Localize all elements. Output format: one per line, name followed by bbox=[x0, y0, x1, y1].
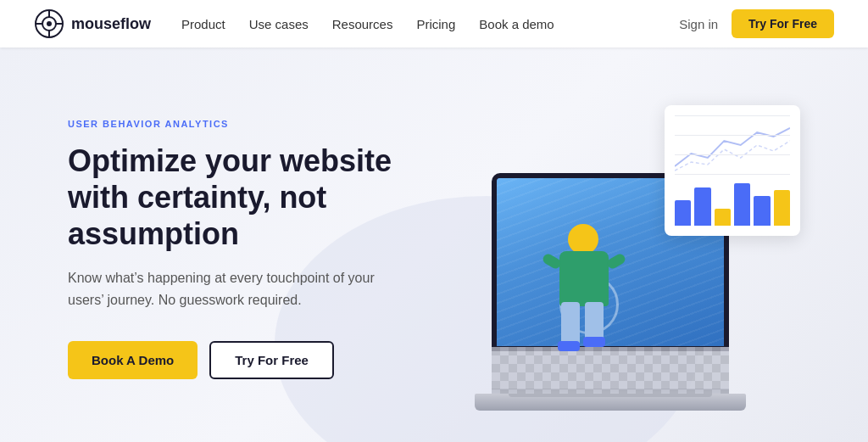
hero-title: Optimize your website with certainty, no… bbox=[68, 143, 441, 253]
bar-chart-bar bbox=[715, 209, 731, 226]
nav-link-use-cases[interactable]: Use cases bbox=[249, 17, 309, 31]
hero-try-free-button[interactable]: Try For Free bbox=[209, 341, 334, 379]
nav-actions: Sign in Try For Free bbox=[679, 9, 834, 38]
hero-book-demo-button[interactable]: Book A Demo bbox=[68, 341, 198, 379]
nav-link-resources[interactable]: Resources bbox=[332, 17, 393, 31]
charts-panel bbox=[665, 105, 800, 236]
line-chart bbox=[675, 115, 790, 175]
chart-rule bbox=[675, 174, 790, 175]
nav-link-pricing[interactable]: Pricing bbox=[416, 17, 455, 31]
nav-link-product[interactable]: Product bbox=[181, 17, 225, 31]
hero-buttons: Book A Demo Try For Free bbox=[68, 341, 441, 379]
person-leg-right bbox=[585, 302, 604, 340]
navbar: mouseflow Product Use cases Resources Pr… bbox=[0, 0, 868, 48]
person-foot-left bbox=[558, 341, 580, 351]
person-body bbox=[559, 251, 609, 306]
chart-rules bbox=[675, 115, 790, 175]
hero-illustration bbox=[441, 80, 800, 419]
logo-icon bbox=[34, 8, 64, 39]
hero-text: USER BEHAVIOR ANALYTICS Optimize your we… bbox=[68, 119, 441, 380]
hero-section: USER BEHAVIOR ANALYTICS Optimize your we… bbox=[0, 48, 868, 442]
person-figure bbox=[542, 224, 627, 368]
chart-rule bbox=[675, 115, 790, 116]
chart-rule bbox=[675, 135, 790, 136]
person-head bbox=[568, 224, 598, 255]
bar-chart-bar bbox=[734, 183, 750, 226]
bar-chart bbox=[675, 183, 790, 226]
bar-chart-bar bbox=[774, 190, 790, 226]
person-foot-right bbox=[583, 337, 605, 347]
nav-link-book-demo[interactable]: Book a demo bbox=[479, 17, 554, 31]
svg-point-2 bbox=[47, 21, 52, 26]
logo[interactable]: mouseflow bbox=[34, 8, 151, 39]
bar-chart-bar bbox=[754, 196, 770, 226]
chart-rule bbox=[675, 154, 790, 155]
person-leg-left bbox=[561, 302, 580, 344]
bar-chart-bar bbox=[675, 200, 691, 226]
person-arm-right bbox=[605, 252, 626, 270]
laptop-base bbox=[475, 394, 746, 411]
bar-chart-bar bbox=[694, 187, 710, 226]
hero-eyebrow: USER BEHAVIOR ANALYTICS bbox=[68, 119, 441, 129]
nav-try-button[interactable]: Try For Free bbox=[732, 9, 834, 38]
hero-subtitle: Know what’s happening at every touchpoin… bbox=[68, 267, 390, 311]
logo-text: mouseflow bbox=[71, 15, 151, 33]
nav-signin[interactable]: Sign in bbox=[679, 17, 718, 31]
nav-links: Product Use cases Resources Pricing Book… bbox=[181, 17, 679, 31]
